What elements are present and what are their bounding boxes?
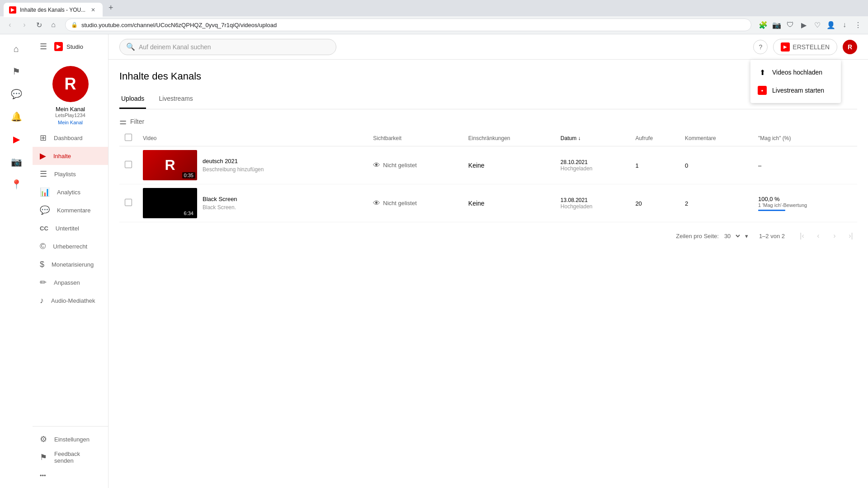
location-icon: 📍 bbox=[11, 180, 22, 189]
nav-icon-bell[interactable]: 🔔 bbox=[4, 106, 29, 127]
sidebar-item-anpassen[interactable]: ✏ Anpassen bbox=[33, 273, 108, 291]
row2-restrictions-cell: Keine bbox=[463, 184, 555, 222]
erstellen-button[interactable]: ▶ ERSTELLEN bbox=[773, 39, 837, 55]
reload-button[interactable]: ↻ bbox=[33, 19, 45, 31]
shield-button[interactable]: 🛡 bbox=[784, 19, 797, 31]
prev-page-button[interactable]: ‹ bbox=[812, 230, 825, 242]
last-page-button[interactable]: ›| bbox=[844, 230, 857, 242]
sidebar-item-untertitel[interactable]: CC Untertitel bbox=[33, 219, 108, 237]
erstellen-dropdown: ⬆ Videos hochladen ● Livestream starten bbox=[750, 60, 841, 103]
header-search[interactable]: 🔍 Auf deinem Kanal suchen bbox=[119, 39, 336, 55]
tab-close-button[interactable]: ✕ bbox=[89, 6, 97, 14]
nav-icon-location[interactable]: 📍 bbox=[4, 174, 29, 195]
nav-icon-yt[interactable]: ▶ bbox=[4, 128, 29, 150]
sidebar-item-urheberrecht[interactable]: © Urheberrecht bbox=[33, 237, 108, 255]
sidebar-bottom: ⚙ Einstellungen ⚑ Feedback senden ••• bbox=[33, 426, 108, 488]
avatar-letter: R bbox=[65, 75, 76, 94]
extensions-button[interactable]: 🧩 bbox=[757, 19, 769, 31]
dropdown-item-livestream[interactable]: ● Livestream starten bbox=[750, 81, 841, 99]
live-icon: ● bbox=[758, 86, 767, 95]
browser-toolbar: ‹ › ↻ ⌂ 🔒 studio.youtube.com/channel/UCo… bbox=[0, 16, 868, 34]
rows-per-page-select[interactable]: 30 50 100 bbox=[722, 232, 741, 240]
sidebar-item-playlists[interactable]: ☰ Playlists bbox=[33, 165, 108, 183]
bookmark-button[interactable]: ▶ bbox=[797, 19, 810, 31]
nav-icon-chat[interactable]: 💬 bbox=[4, 83, 29, 105]
filter-label[interactable]: Filter bbox=[130, 118, 144, 125]
user-avatar[interactable]: R bbox=[843, 40, 857, 54]
rows-per-page: Zeilen pro Seite: 30 50 100 ▾ bbox=[676, 232, 748, 240]
studio-container: ⌂ ⚑ 💬 🔔 ▶ 📷 📍 ☰ ▶ Studio R bbox=[0, 34, 868, 488]
hamburger-icon[interactable]: ☰ bbox=[40, 42, 47, 52]
star-button[interactable]: ♡ bbox=[811, 19, 824, 31]
home-button[interactable]: ⌂ bbox=[47, 19, 60, 31]
tab-title: Inhalte des Kanals - YOU... bbox=[20, 7, 85, 13]
row1-thumbnail[interactable]: R 0:35 bbox=[143, 150, 197, 180]
row2-checkbox[interactable] bbox=[125, 199, 132, 206]
dropdown-item-upload[interactable]: ⬆ Videos hochladen bbox=[750, 63, 841, 81]
first-page-button[interactable]: |‹ bbox=[796, 230, 808, 242]
row1-title: deutsch 2021 bbox=[203, 158, 264, 164]
more-icon: ••• bbox=[40, 472, 46, 479]
select-all-checkbox[interactable] bbox=[125, 134, 132, 141]
visibility-icon: 👁 bbox=[373, 161, 380, 169]
nav-icon-instagram[interactable]: 📷 bbox=[4, 151, 29, 173]
camera-button[interactable]: 📷 bbox=[770, 19, 783, 31]
studio-text: Studio bbox=[66, 43, 83, 50]
nav-icons-strip: ⌂ ⚑ 💬 🔔 ▶ 📷 📍 bbox=[0, 34, 33, 488]
page-info: 1–2 von 2 bbox=[759, 233, 785, 239]
download-button[interactable]: ↓ bbox=[838, 19, 851, 31]
sidebar-item-einstellungen[interactable]: ⚙ Einstellungen bbox=[33, 430, 108, 448]
nav-icon-flag[interactable]: ⚑ bbox=[4, 61, 29, 82]
menu-button[interactable]: ⋮ bbox=[852, 19, 864, 31]
row1-visibility-cell: 👁 Nicht gelistet bbox=[368, 146, 462, 184]
studio-logo[interactable]: ☰ ▶ Studio bbox=[33, 34, 108, 59]
next-page-button[interactable]: › bbox=[828, 230, 841, 242]
sidebar-item-monetarisierung[interactable]: $ Monetarisierung bbox=[33, 255, 108, 273]
row1-checkbox[interactable] bbox=[125, 161, 132, 168]
row1-views: 1 bbox=[635, 162, 638, 169]
sidebar-item-dashboard[interactable]: ⊞ Dashboard bbox=[33, 129, 108, 147]
page-title: Inhalte des Kanals bbox=[119, 70, 857, 82]
sidebar-item-feedback[interactable]: ⚑ Feedback senden bbox=[33, 448, 108, 466]
rows-per-page-label: Zeilen pro Seite: bbox=[676, 233, 719, 239]
tab-livestreams[interactable]: Livestreams bbox=[157, 89, 194, 109]
filter-icon[interactable]: ⚌ bbox=[119, 117, 127, 127]
feedback-icon: ⚑ bbox=[40, 452, 47, 462]
address-bar[interactable]: 🔒 studio.youtube.com/channel/UCocN6zQPHQ… bbox=[65, 19, 751, 31]
row1-duration: 0:35 bbox=[182, 172, 195, 178]
browser-chrome: ▶ Inhalte des Kanals - YOU... ✕ + ‹ › ↻ … bbox=[0, 0, 868, 34]
sidebar-item-inhalte[interactable]: ▶ Inhalte bbox=[33, 147, 108, 165]
new-tab-button[interactable]: + bbox=[104, 2, 117, 14]
channel-link[interactable]: Mein Kanal bbox=[58, 120, 83, 125]
row2-date-sub: Hochgeladen bbox=[561, 203, 625, 210]
row2-thumbnail[interactable]: 6:34 bbox=[143, 188, 197, 218]
sidebar-more-button[interactable]: ••• bbox=[33, 466, 108, 484]
account-button[interactable]: 👤 bbox=[825, 19, 837, 31]
sidebar-label-dashboard: Dashboard bbox=[54, 135, 83, 141]
channel-avatar[interactable]: R bbox=[52, 66, 89, 102]
table-header: Video Sichtbarkeit Einschränkungen Datum… bbox=[119, 130, 857, 146]
row2-title: Black Screen bbox=[203, 196, 237, 202]
dashboard-icon: ⊞ bbox=[40, 133, 47, 143]
tab-uploads[interactable]: Uploads bbox=[119, 89, 146, 109]
help-button[interactable]: ? bbox=[753, 40, 768, 54]
forward-button[interactable]: › bbox=[18, 19, 31, 31]
sidebar: ☰ ▶ Studio R Mein Kanal LetsPlay1234 Mei… bbox=[33, 34, 108, 488]
row2-text-info: Black Screen Black Screen. bbox=[203, 196, 237, 211]
row2-views: 20 bbox=[635, 200, 642, 207]
flag-icon: ⚑ bbox=[12, 67, 20, 76]
active-tab[interactable]: ▶ Inhalte des Kanals - YOU... ✕ bbox=[4, 3, 103, 17]
row2-description: Black Screen. bbox=[203, 204, 237, 211]
nav-icon-home[interactable]: ⌂ bbox=[4, 38, 29, 60]
anpassen-icon: ✏ bbox=[40, 277, 47, 287]
sidebar-item-kommentare[interactable]: 💬 Kommentare bbox=[33, 201, 108, 219]
row2-visibility-cell: 👁 Nicht gelistet bbox=[368, 184, 462, 222]
sidebar-item-audio[interactable]: ♪ Audio-Mediathek bbox=[33, 291, 108, 310]
row1-likes: – bbox=[758, 162, 761, 169]
upload-icon: ⬆ bbox=[758, 68, 767, 77]
sidebar-label-urheberrecht: Urheberrecht bbox=[53, 243, 87, 250]
header-right: ? ▶ ERSTELLEN R bbox=[753, 39, 857, 55]
back-button[interactable]: ‹ bbox=[4, 19, 16, 31]
sidebar-item-analytics[interactable]: 📊 Analytics bbox=[33, 183, 108, 201]
row1-video-cell: R 0:35 deutsch 2021 Beschreibung hinzufü… bbox=[137, 146, 368, 184]
